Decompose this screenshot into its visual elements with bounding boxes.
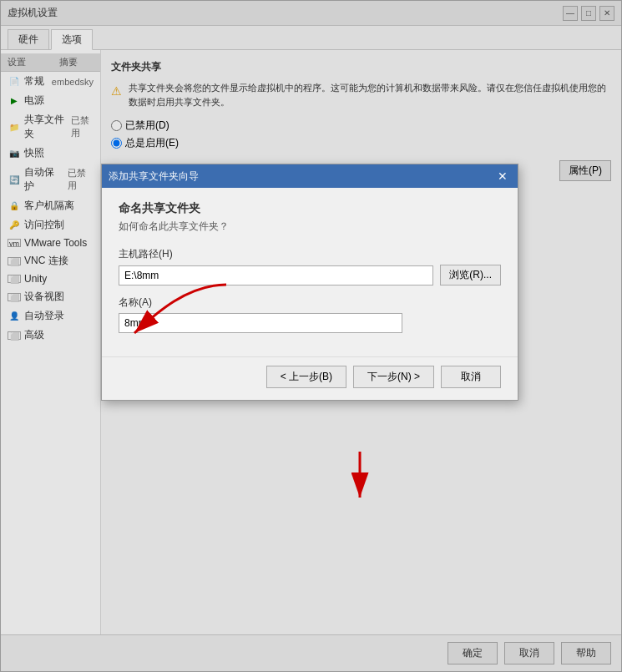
host-path-input[interactable] xyxy=(119,265,433,285)
add-shared-folder-dialog: 添加共享文件夹向导 ✕ 命名共享文件夹 如何命名此共享文件夹？ 主机路径(H) … xyxy=(101,164,518,401)
next-button[interactable]: 下一步(N) > xyxy=(353,366,434,388)
host-path-label: 主机路径(H) xyxy=(119,247,501,261)
prev-button[interactable]: < 上一步(B) xyxy=(266,366,346,388)
name-input[interactable] xyxy=(119,313,402,333)
host-path-group: 主机路径(H) 浏览(R)... xyxy=(119,247,501,285)
dialog-heading: 命名共享文件夹 xyxy=(119,201,501,216)
dialog-close-button[interactable]: ✕ xyxy=(494,169,511,183)
name-row xyxy=(119,313,501,333)
name-group: 名称(A) xyxy=(119,296,501,333)
browse-button[interactable]: 浏览(R)... xyxy=(440,265,501,285)
dialog-cancel-button[interactable]: 取消 xyxy=(441,366,501,388)
host-path-row: 浏览(R)... xyxy=(119,265,501,285)
dialog-body: 命名共享文件夹 如何命名此共享文件夹？ 主机路径(H) 浏览(R)... 名称(… xyxy=(102,188,518,356)
name-label: 名称(A) xyxy=(119,296,501,310)
dialog-title: 添加共享文件夹向导 xyxy=(109,169,199,184)
dialog-title-bar: 添加共享文件夹向导 ✕ xyxy=(102,164,518,188)
main-window: 虚拟机设置 — □ ✕ 硬件 选项 设置 摘要 📄 常规 embedsky ▶ xyxy=(0,0,622,672)
dialog-subheading: 如何命名此共享文件夹？ xyxy=(119,220,501,234)
dialog-footer: < 上一步(B) 下一步(N) > 取消 xyxy=(102,356,518,400)
